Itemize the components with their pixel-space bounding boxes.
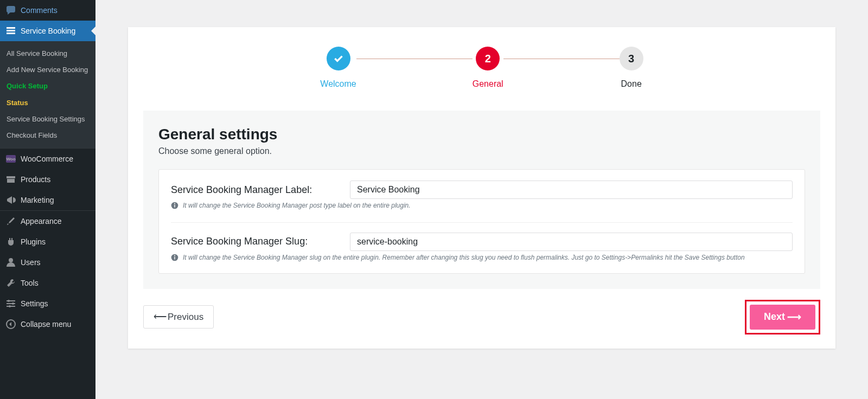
step-label: Welcome xyxy=(320,79,356,89)
sidebar-label: WooCommerce xyxy=(21,155,73,163)
comment-icon xyxy=(5,5,16,16)
submenu-all-service-booking[interactable]: All Service Booking xyxy=(0,46,95,62)
button-label: Next xyxy=(764,311,785,323)
field-row-slug: Service Booking Manager Slug: xyxy=(171,233,793,251)
woocommerce-icon: Woo xyxy=(5,153,16,164)
svg-rect-0 xyxy=(7,27,15,29)
arrow-left-icon: ⟵ xyxy=(154,311,167,323)
step-done[interactable]: 3 Done xyxy=(620,47,643,89)
megaphone-icon xyxy=(5,195,16,205)
submenu-add-new-service-booking[interactable]: Add New Service Booking xyxy=(0,62,95,78)
sidebar-item-plugins[interactable]: Plugins xyxy=(0,231,95,252)
next-button-highlight: Next ⟶ xyxy=(745,300,820,334)
svg-rect-1 xyxy=(7,30,15,31)
service-booking-label-input[interactable] xyxy=(350,181,793,199)
user-icon xyxy=(5,257,16,268)
step-general[interactable]: 2 General xyxy=(473,47,503,89)
submenu-service-booking-settings[interactable]: Service Booking Settings xyxy=(0,111,95,127)
sidebar-item-collapse[interactable]: Collapse menu xyxy=(0,314,95,334)
setup-panel: Welcome 2 General 3 Done General setting… xyxy=(128,27,835,349)
arrow-right-icon: ⟶ xyxy=(787,311,801,323)
settings-subtitle: Choose some general option. xyxy=(158,146,805,156)
sidebar-label: Collapse menu xyxy=(21,320,71,329)
hint-text: It will change the Service Booking Manag… xyxy=(183,201,411,210)
sliders-icon xyxy=(5,298,16,309)
svg-point-5 xyxy=(9,258,13,262)
submenu-status[interactable]: Status xyxy=(0,95,95,111)
divider xyxy=(171,222,793,223)
button-label: Previous xyxy=(168,312,203,323)
sidebar-label: Tools xyxy=(21,279,39,287)
archive-icon xyxy=(5,174,16,185)
sidebar-item-appearance[interactable]: Appearance xyxy=(0,211,95,231)
field-label: Service Booking Manager Slug: xyxy=(171,236,328,247)
step-number: 2 xyxy=(476,47,500,70)
sidebar-item-settings[interactable]: Settings xyxy=(0,293,95,314)
field-row-label: Service Booking Manager Label: xyxy=(171,181,793,199)
submenu-quick-setup[interactable]: Quick Setup xyxy=(0,78,95,94)
collapse-icon xyxy=(5,319,16,330)
svg-rect-2 xyxy=(7,33,15,34)
admin-sidebar: Comments Service Booking All Service Boo… xyxy=(0,0,95,399)
step-connector xyxy=(356,59,473,59)
step-welcome[interactable]: Welcome xyxy=(320,47,356,89)
svg-point-9 xyxy=(8,300,10,302)
settings-title: General settings xyxy=(158,126,805,143)
previous-button[interactable]: ⟵ Previous xyxy=(143,305,214,329)
sidebar-label: Settings xyxy=(21,299,48,308)
sidebar-label: Users xyxy=(21,258,41,267)
step-connector xyxy=(503,59,620,59)
svg-rect-4 xyxy=(7,179,15,183)
field-label: Service Booking Manager Label: xyxy=(171,184,328,196)
info-icon xyxy=(171,254,178,261)
field-hint: It will change the Service Booking Manag… xyxy=(171,253,793,262)
svg-point-11 xyxy=(9,305,11,307)
info-icon xyxy=(171,202,178,209)
settings-area: General settings Choose some general opt… xyxy=(143,111,820,289)
sidebar-item-users[interactable]: Users xyxy=(0,252,95,273)
sidebar-label: Marketing xyxy=(21,196,54,204)
settings-card: Service Booking Manager Label: It will c… xyxy=(158,169,805,274)
sidebar-item-comments[interactable]: Comments xyxy=(0,0,95,21)
main-content: Welcome 2 General 3 Done General setting… xyxy=(95,0,868,399)
sidebar-item-products[interactable]: Products xyxy=(0,169,95,190)
svg-point-18 xyxy=(174,255,175,256)
sidebar-label: Products xyxy=(21,175,50,184)
wrench-icon xyxy=(5,278,16,288)
brush-icon xyxy=(5,216,16,227)
check-icon xyxy=(327,47,350,70)
submenu-service-booking: All Service Booking Add New Service Book… xyxy=(0,41,95,148)
nav-row: ⟵ Previous Next ⟶ xyxy=(143,300,820,334)
svg-rect-3 xyxy=(7,176,15,178)
submenu-checkout-fields[interactable]: Checkout Fields xyxy=(0,127,95,144)
sidebar-item-woocommerce[interactable]: Woo WooCommerce xyxy=(0,149,95,169)
hint-text: It will change the Service Booking Manag… xyxy=(183,253,745,262)
sidebar-item-marketing[interactable]: Marketing xyxy=(0,190,95,210)
next-button[interactable]: Next ⟶ xyxy=(750,305,815,330)
sidebar-label: Service Booking xyxy=(21,27,75,35)
sidebar-label: Appearance xyxy=(21,217,62,226)
stepper: Welcome 2 General 3 Done xyxy=(128,47,835,89)
service-booking-slug-input[interactable] xyxy=(350,233,793,251)
sidebar-item-service-booking[interactable]: Service Booking xyxy=(0,21,95,41)
step-label: Done xyxy=(621,79,642,89)
sidebar-item-tools[interactable]: Tools xyxy=(0,273,95,293)
svg-rect-14 xyxy=(174,205,175,208)
list-icon xyxy=(5,25,16,36)
plug-icon xyxy=(5,236,16,247)
field-hint: It will change the Service Booking Manag… xyxy=(171,201,793,210)
svg-point-15 xyxy=(174,203,175,204)
svg-point-10 xyxy=(12,303,14,305)
svg-rect-17 xyxy=(174,256,175,259)
sidebar-label: Plugins xyxy=(21,237,46,246)
step-number: 3 xyxy=(620,47,643,70)
step-label: General xyxy=(473,79,503,89)
sidebar-label: Comments xyxy=(21,6,58,15)
